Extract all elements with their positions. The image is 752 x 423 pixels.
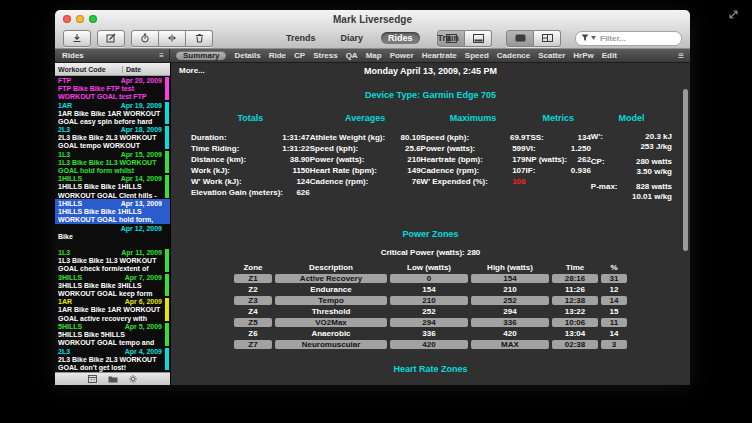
ride-list-item[interactable]: 1HILLSApr 14, 20091HILLS Bike Bike 1HILL… — [55, 174, 170, 199]
ride-list-item[interactable]: 1HILLSApr 13, 20091HILLS Bike Bike 1HILL… — [55, 199, 170, 224]
compare-button[interactable] — [159, 30, 186, 47]
stat-row: Cadence (rpm):76 — [310, 176, 421, 187]
sidebar-title: Rides — [62, 51, 84, 60]
view-tab-edit[interactable]: Edit — [602, 51, 617, 60]
content-header: More... Monday April 13, 2009, 2:45 PM — [171, 66, 690, 81]
view-tab-heartrate[interactable]: Heartrate — [422, 51, 457, 60]
power-zone-row: Z2Endurance15421011:2612 — [234, 285, 627, 294]
tabbed-view-button[interactable] — [506, 30, 534, 47]
column-header-workout-code[interactable]: Workout Code — [55, 66, 122, 73]
rides-sidebar: Workout Code Date FTPApr 20, 2009FTP Bik… — [55, 63, 171, 385]
power-zone-cell: 336 — [390, 329, 468, 338]
stat-label: Heartrate (bpm): — [421, 154, 483, 165]
ride-description: 2L3 Bike Bike 2L3 WORKOUT GOAL don't get… — [58, 356, 162, 372]
stat-label: Athlete Weight (kg): — [310, 132, 385, 143]
model-row: P-max:828 watts10.01 w/kg — [591, 182, 672, 202]
download-ride-button[interactable] — [63, 30, 91, 47]
power-zone-row: Z1Active Recovery015428:1631 — [234, 274, 627, 283]
close-button[interactable] — [63, 15, 71, 23]
view-tab-hrpw[interactable]: HrPw — [573, 51, 593, 60]
stat-row: TSS:134 — [526, 132, 591, 143]
ride-list-item[interactable]: 1L3Apr 11, 20091L3 Bike Bike 1L3 WORKOUT… — [55, 248, 170, 273]
gear-icon[interactable] — [129, 375, 137, 383]
ride-workout-code: 3HILLS — [58, 274, 82, 282]
detach-resize-icon[interactable] — [728, 9, 739, 20]
app-tab-rides[interactable]: Rides — [381, 32, 420, 44]
titlebar[interactable]: Mark Liversedge — [55, 10, 690, 28]
power-zones-column-header: Time — [552, 263, 598, 272]
content-scrollbar[interactable] — [683, 89, 688, 251]
folder-icon[interactable] — [108, 375, 118, 383]
filter-field[interactable] — [575, 31, 682, 46]
view-tab-cadence[interactable]: Cadence — [497, 51, 530, 60]
ride-list-item[interactable]: 3HILLSApr 7, 20093HILLS Bike Bike 3HILLS… — [55, 273, 170, 298]
stat-column-maximums: MaximumsSpeed (kph):69.9Power (watts):59… — [421, 113, 526, 207]
main-toolbar: TrendsDiaryRidesTrain — [55, 28, 690, 48]
view-tab-cp[interactable]: CP — [294, 51, 305, 60]
zoom-button[interactable] — [89, 15, 97, 23]
split-ride-button[interactable] — [131, 30, 159, 47]
view-tab-scatter[interactable]: Scatter — [538, 51, 565, 60]
power-zone-row: Z5VO2Max29433610:0611 — [234, 318, 627, 327]
stat-row: Distance (km):38.90 — [191, 154, 310, 165]
stat-row: IF:0.936 — [526, 165, 591, 176]
view-tab-details[interactable]: Details — [234, 51, 260, 60]
ride-date: Apr 18, 2009 — [121, 126, 162, 134]
filter-input[interactable] — [598, 33, 676, 44]
view-tab-ride[interactable]: Ride — [269, 51, 286, 60]
ride-list-item[interactable]: 1L3Apr 15, 20091L3 Bike Bike 1L3 WORKOUT… — [55, 150, 170, 175]
heart-rate-zones-title: Heart Rate Zones — [171, 364, 690, 374]
power-zone-cell: Z3 — [234, 296, 272, 305]
power-zone-cell: Z6 — [234, 329, 272, 338]
ride-date: Apr 13, 2009 — [121, 200, 162, 208]
bottom-bar-toggle-button[interactable] — [465, 30, 492, 47]
window-title: Mark Liversedge — [55, 10, 690, 25]
view-tab-speed[interactable]: Speed — [465, 51, 489, 60]
manual-entry-button[interactable] — [97, 30, 125, 47]
tiled-panes-icon — [542, 34, 553, 42]
view-tab-qa[interactable]: QA — [346, 51, 358, 60]
power-zone-cell: 10:06 — [552, 318, 598, 327]
power-zone-cell: 11:26 — [552, 285, 598, 294]
view-tab-summary[interactable]: Summary — [176, 51, 226, 60]
ride-list-item[interactable]: FTPApr 20, 2009FTP Bike Bike FTP test WO… — [55, 76, 170, 101]
stat-value: 1:31:47 — [282, 132, 310, 143]
view-tab-stress[interactable]: Stress — [313, 51, 337, 60]
power-zone-cell: 252 — [471, 296, 549, 305]
traffic-lights — [63, 15, 97, 23]
stat-column-title: Totals — [191, 113, 310, 123]
calendar-icon[interactable] — [88, 375, 97, 383]
stat-value: 124 — [296, 176, 309, 187]
ride-list-item[interactable]: 1L3Apr 3, 2009 — [55, 371, 170, 372]
app-tab-train[interactable]: Train — [431, 32, 467, 44]
power-zone-cell: 210 — [390, 296, 468, 305]
ride-list-item[interactable]: 1ARApr 19, 20091AR Bike Bike 1AR WORKOUT… — [55, 101, 170, 126]
chart-menu-icon[interactable]: ≡ — [676, 49, 690, 62]
ride-list-item[interactable]: Apr 12, 2009Bike — [55, 224, 170, 249]
sidebar-menu-icon[interactable]: ≡ — [159, 51, 164, 60]
trash-icon — [195, 33, 204, 43]
tiled-view-button[interactable] — [534, 30, 561, 47]
stat-value: 20.3 kJ253 J/kg — [640, 132, 672, 152]
ride-description: 1HILLS Bike Bike 1HILLS WORKOUT GOAL hol… — [58, 208, 162, 224]
stat-row: Power (watts):210 — [310, 154, 421, 165]
view-tab-map[interactable]: Map — [366, 51, 382, 60]
ride-list-item[interactable]: 2L3Apr 18, 20092L3 Bike Bike 2L3 WORKOUT… — [55, 125, 170, 150]
ride-list-item[interactable]: 1ARApr 6, 20091AR Bike Bike 1AR WORKOUT … — [55, 297, 170, 322]
app-tab-trends[interactable]: Trends — [279, 32, 323, 44]
minimize-button[interactable] — [76, 15, 84, 23]
window-chrome: Mark Liversedge — [55, 10, 690, 49]
power-zone-cell: Threshold — [275, 307, 387, 316]
column-header-date[interactable]: Date — [122, 66, 170, 73]
power-zone-cell: 0 — [390, 274, 468, 283]
filter-caret-icon — [591, 36, 596, 40]
ride-list-item[interactable]: 2L3Apr 4, 20092L3 Bike Bike 2L3 WORKOUT … — [55, 347, 170, 372]
delete-ride-button[interactable] — [186, 30, 213, 47]
power-zone-cell: 420 — [471, 329, 549, 338]
stat-label: Distance (km): — [191, 154, 246, 165]
more-link[interactable]: More... — [179, 66, 205, 75]
view-tab-power[interactable]: Power — [390, 51, 414, 60]
ride-list-item[interactable]: 5HILLSApr 5, 20095HILLS Bike 5HILLS WORK… — [55, 322, 170, 347]
stat-label: Speed (kph): — [421, 132, 469, 143]
app-tab-diary[interactable]: Diary — [333, 32, 370, 44]
